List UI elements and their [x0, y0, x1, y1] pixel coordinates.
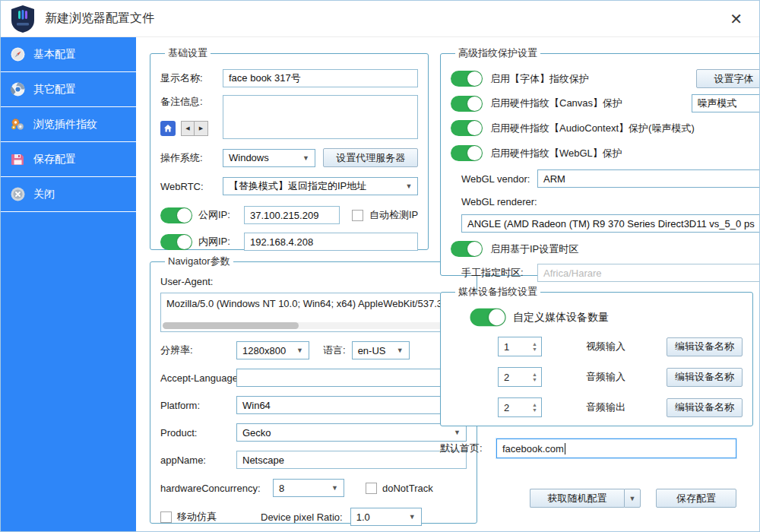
- webgl-renderer-label: WebGL renderer:: [461, 196, 760, 207]
- manual-timezone-dropdown[interactable]: Africa/Harare ▼: [537, 264, 760, 282]
- group-basic-settings: 基础设置 显示名称: face book 317号 备注信息: ◀: [150, 46, 429, 250]
- video-input-label: 视频输入: [586, 340, 639, 353]
- edit-audio-input-devices-button[interactable]: 编辑设备名称: [667, 368, 743, 387]
- sidebar: 基本配置 其它配置 浏览插件指纹: [1, 37, 136, 531]
- mobile-emulation-label: 移动仿真: [177, 510, 242, 524]
- user-agent-textarea[interactable]: Mozilla/5.0 (Windows NT 10.0; Win64; x64…: [160, 293, 467, 332]
- group-title: 基础设置: [165, 46, 211, 60]
- webgl-vendor-dropdown[interactable]: ARM ▼: [537, 169, 760, 188]
- close-circle-icon: [11, 187, 25, 201]
- homepage-label: 默认首页:: [440, 442, 496, 455]
- sidebar-item-label: 其它配置: [33, 83, 76, 97]
- webrtc-dropdown[interactable]: 【替换模式】返回指定的IP地址 ▼: [223, 177, 418, 195]
- public-ip-row: 公网IP: 37.100.215.209 自动检测IP: [160, 206, 418, 224]
- resolution-dropdown[interactable]: 1280x800 ▼: [236, 341, 309, 359]
- audio-output-spinner[interactable]: 2 ▲▼: [498, 397, 542, 417]
- chevron-down-icon: ▼: [755, 269, 760, 277]
- edit-video-devices-button[interactable]: 编辑设备名称: [667, 337, 743, 356]
- mobile-emulation-checkbox[interactable]: [160, 511, 172, 523]
- timezone-by-ip-toggle[interactable]: [451, 241, 483, 257]
- spinner-arrows-icon[interactable]: ▲▼: [528, 398, 541, 416]
- platform-row: Platform: Win64 ▼: [160, 396, 467, 414]
- mobile-emulation-row: 移动仿真 Device pixel Ratio: 1.0 ▼: [160, 508, 467, 526]
- hardware-concurrency-value: 8: [279, 483, 284, 494]
- display-name-row: 显示名称: face book 317号: [160, 69, 418, 87]
- user-agent-label: User-Agent:: [160, 276, 467, 287]
- font-protect-toggle[interactable]: [451, 71, 483, 87]
- product-dropdown[interactable]: Gecko ▼: [236, 423, 467, 442]
- group-navigator-params: Navigator参数 User-Agent: Mozilla/5.0 (Win…: [150, 255, 477, 524]
- dpr-dropdown[interactable]: 1.0 ▼: [350, 508, 422, 526]
- webgl-protect-toggle[interactable]: [451, 145, 483, 161]
- resolution-language-row: 分辨率: 1280x800 ▼ 语言: en-US ▼: [160, 341, 467, 359]
- sidebar-item-plugin-fingerprint[interactable]: 浏览插件指纹: [1, 107, 136, 142]
- remark-textarea[interactable]: [223, 95, 418, 139]
- homepage-field[interactable]: facebook.com: [496, 439, 736, 458]
- os-dropdown[interactable]: Windows ▼: [223, 149, 315, 167]
- audio-input-spinner[interactable]: 2 ▲▼: [498, 367, 542, 387]
- canvas-mode-dropdown[interactable]: 噪声模式 ▼: [692, 94, 760, 112]
- audio-input-count: 2: [499, 368, 528, 386]
- edit-audio-output-devices-button[interactable]: 编辑设备名称: [667, 398, 743, 417]
- save-config-button[interactable]: 保存配置: [656, 489, 736, 508]
- webgl-renderer-dropdown[interactable]: ANGLE (AMD Radeon (TM) R9 370 Series Dir…: [461, 214, 760, 233]
- timezone-by-ip-row: 启用基于IP设置时区: [451, 241, 760, 257]
- canvas-protect-toggle[interactable]: [451, 96, 483, 112]
- ua-scrollbar[interactable]: [163, 322, 464, 329]
- sidebar-item-close[interactable]: 关闭: [1, 177, 136, 212]
- audio-input-label: 音频输入: [586, 370, 639, 384]
- custom-media-count-toggle[interactable]: [470, 309, 505, 327]
- close-icon[interactable]: ✕: [724, 8, 749, 30]
- save-icon: [11, 152, 25, 166]
- set-font-button-label: 设置字体: [714, 72, 754, 86]
- proxy-settings-button[interactable]: 设置代理服务器: [323, 148, 418, 167]
- appname-row: appName: Netscape: [160, 451, 467, 469]
- video-input-spinner[interactable]: 1 ▲▼: [498, 337, 542, 356]
- spinner-arrows-icon[interactable]: ▲▼: [528, 337, 541, 356]
- language-value: en-US: [358, 345, 386, 356]
- sidebar-item-save-config[interactable]: 保存配置: [1, 142, 136, 177]
- language-dropdown[interactable]: en-US ▼: [352, 341, 410, 359]
- user-agent-value: Mozilla/5.0 (Windows NT 10.0; Win64; x64…: [166, 298, 461, 309]
- lan-ip-toggle[interactable]: [160, 234, 192, 250]
- arrow-left-icon[interactable]: ◀: [182, 122, 195, 135]
- audio-output-label: 音频输出: [586, 401, 639, 414]
- timezone-by-ip-label: 启用基于IP设置时区: [490, 242, 578, 256]
- sidebar-item-label: 基本配置: [33, 48, 76, 62]
- accept-language-dropdown[interactable]: ▼: [236, 369, 467, 387]
- donottrack-checkbox[interactable]: [366, 483, 377, 494]
- manual-timezone-row: 手工指定时区: Africa/Harare ▼: [451, 264, 760, 282]
- public-ip-toggle[interactable]: [160, 207, 192, 223]
- appname-field[interactable]: Netscape: [236, 451, 467, 469]
- chevron-down-icon: ▼: [755, 220, 760, 227]
- audio-protect-row: 启用硬件指纹【AudioContext】保护(噪声模式): [451, 120, 760, 136]
- random-config-button[interactable]: 获取随机配置: [530, 489, 624, 508]
- webrtc-value: 【替换模式】返回指定的IP地址: [229, 179, 366, 193]
- ua-scrollbar-thumb[interactable]: [163, 322, 299, 329]
- platform-dropdown[interactable]: Win64 ▼: [236, 396, 467, 414]
- audio-protect-toggle[interactable]: [451, 120, 483, 136]
- audio-output-count: 2: [499, 398, 528, 416]
- random-config-dropdown-arrow[interactable]: ▼: [624, 489, 641, 508]
- appname-value: Netscape: [242, 454, 284, 466]
- appname-label: appName:: [160, 454, 236, 466]
- sidebar-item-other-config[interactable]: 其它配置: [1, 72, 136, 107]
- edit-device-button-label: 编辑设备名称: [675, 340, 734, 353]
- lan-ip-field[interactable]: 192.168.4.208: [244, 233, 418, 251]
- spinner-arrows-icon[interactable]: ▲▼: [528, 368, 541, 386]
- auto-detect-ip-checkbox[interactable]: [352, 210, 363, 221]
- remark-nav-arrows: ◀ ▶: [181, 121, 208, 136]
- resolution-value: 1280x800: [242, 345, 286, 356]
- hardware-concurrency-dropdown[interactable]: 8 ▼: [273, 479, 344, 497]
- display-name-field[interactable]: face book 317号: [223, 69, 418, 87]
- custom-media-count-row: 自定义媒体设备数量: [472, 309, 743, 325]
- lan-ip-value: 192.168.4.208: [250, 236, 313, 248]
- hardware-concurrency-label: hardwareConcurrency:: [160, 483, 273, 494]
- sidebar-item-label: 关闭: [33, 188, 55, 201]
- manual-timezone-value: Africa/Harare: [543, 268, 602, 279]
- arrow-right-icon[interactable]: ▶: [195, 122, 207, 135]
- home-icon[interactable]: [160, 121, 176, 136]
- public-ip-field[interactable]: 37.100.215.209: [244, 206, 340, 224]
- sidebar-item-basic-config[interactable]: 基本配置: [1, 37, 136, 72]
- set-font-button[interactable]: 设置字体: [696, 69, 760, 88]
